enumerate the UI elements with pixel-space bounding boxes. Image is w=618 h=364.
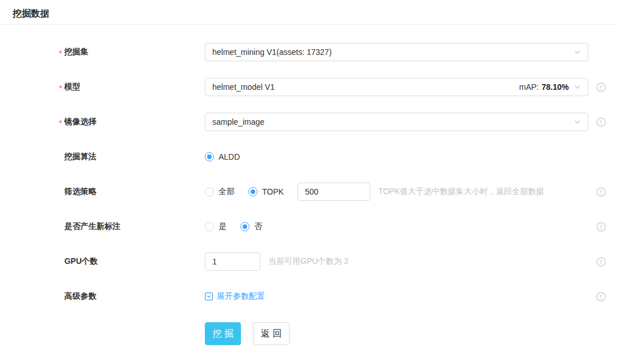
strategy-label: 筛选策略 (64, 187, 96, 197)
advanced-label: 高级参数 (64, 291, 96, 302)
radio-all-label: 全部 (219, 187, 235, 197)
form-row-mining-set: * 挖掘集 helmet_mining V1(assets: 17327) (0, 43, 618, 61)
info-icon (596, 82, 606, 92)
new-label-label: 是否产生新标注 (64, 221, 120, 232)
expand-params-label: 展开参数配置 (217, 291, 265, 302)
info-icon (596, 292, 606, 302)
radio-icon (248, 187, 258, 196)
radio-yes[interactable]: 是 (205, 221, 227, 232)
radio-icon (205, 222, 214, 231)
radio-aldd-label: ALDD (219, 152, 240, 161)
back-button[interactable]: 返 回 (253, 322, 290, 345)
required-asterisk: * (59, 82, 62, 92)
expand-params-link[interactable]: 展开参数配置 (205, 291, 265, 302)
form-row-model: * 模型 helmet_model V1 mAP: 78.10% (0, 78, 618, 96)
image-select[interactable]: sample_image (205, 113, 588, 131)
radio-topk[interactable]: TOPK (248, 187, 284, 196)
algorithm-label: 挖掘算法 (64, 152, 96, 162)
info-icon (596, 187, 606, 197)
topk-hint: TOPK值大于选中数据集大小时，返回全部数据 (378, 187, 544, 197)
page-title: 挖掘数据 (13, 7, 605, 20)
form-row-gpu: * GPU个数 当前可用GPU个数为 2 (0, 252, 618, 271)
model-value: helmet_model V1 (212, 82, 519, 92)
map-value: 78.10% (542, 82, 569, 92)
down-square-icon (205, 292, 213, 300)
radio-no-label: 否 (254, 221, 262, 232)
model-label: 模型 (64, 82, 80, 92)
chevron-down-icon (574, 84, 581, 90)
required-asterisk: * (59, 48, 62, 57)
radio-icon (205, 187, 214, 196)
mining-form: * 挖掘集 helmet_mining V1(assets: 17327) * … (0, 25, 618, 345)
form-row-image: * 镜像选择 sample_image (0, 113, 618, 131)
radio-no[interactable]: 否 (240, 221, 262, 232)
info-icon (596, 257, 606, 267)
image-label: 镜像选择 (64, 117, 96, 127)
form-row-advanced: * 高级参数 展开参数配置 (0, 287, 618, 306)
mine-button[interactable]: 挖 掘 (205, 322, 241, 345)
map-label: mAP: (519, 82, 538, 92)
model-select[interactable]: helmet_model V1 mAP: 78.10% (205, 78, 588, 96)
radio-yes-label: 是 (219, 221, 227, 232)
page-header: 挖掘数据 (0, 0, 618, 20)
gpu-hint: 当前可用GPU个数为 2 (268, 256, 348, 267)
form-row-algorithm: * 挖掘算法 ALDD (0, 148, 618, 166)
form-row-new-label: * 是否产生新标注 是 否 (0, 217, 618, 236)
image-value: sample_image (212, 117, 574, 126)
radio-all[interactable]: 全部 (205, 187, 235, 197)
radio-icon (240, 222, 249, 231)
radio-topk-label: TOPK (262, 187, 284, 196)
chevron-down-icon (574, 118, 581, 125)
mining-set-select[interactable]: helmet_mining V1(assets: 17327) (205, 43, 588, 61)
form-row-strategy: * 筛选策略 全部 TOPK TOPK值大于选中数据集大小时，返回全部数据 (0, 183, 618, 201)
required-asterisk: * (59, 117, 62, 127)
mining-set-label: 挖掘集 (64, 47, 88, 57)
mining-set-value: helmet_mining V1(assets: 17327) (212, 48, 574, 57)
radio-icon (205, 152, 214, 161)
topk-input[interactable] (298, 183, 370, 201)
info-icon (596, 222, 606, 232)
form-actions: 挖 掘 返 回 (205, 322, 618, 345)
info-icon (596, 117, 606, 127)
gpu-input[interactable] (205, 252, 260, 271)
chevron-down-icon (574, 49, 581, 56)
radio-aldd[interactable]: ALDD (205, 152, 240, 161)
gpu-label: GPU个数 (64, 256, 97, 267)
